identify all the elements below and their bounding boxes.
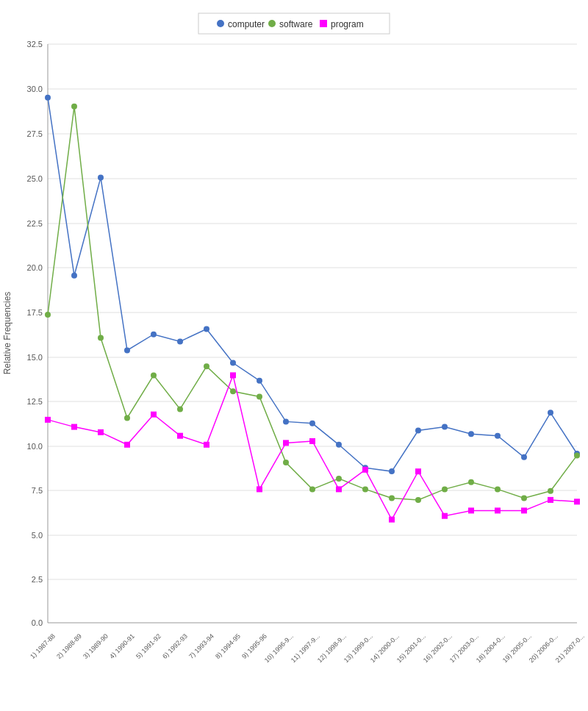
x-label-2: 3) 1989-90 (82, 632, 110, 660)
legend-software-icon (268, 20, 276, 27)
svg-point-36 (442, 486, 448, 492)
svg-point-37 (468, 479, 474, 485)
x-label-8: 9) 1995-96 (240, 632, 268, 660)
svg-rect-48 (204, 442, 209, 448)
y-tick-15: 15.0 (27, 353, 43, 362)
x-label-4: 5) 1991-92 (135, 632, 162, 660)
svg-rect-55 (389, 517, 395, 523)
svg-point-26 (177, 406, 183, 412)
svg-point-35 (415, 497, 421, 503)
svg-rect-46 (151, 412, 157, 418)
y-tick-12.5: 12.5 (27, 397, 43, 406)
y-tick-7.5: 7.5 (32, 486, 43, 495)
svg-point-25 (151, 372, 157, 378)
x-axis-labels: 1) 1987-88 2) 1988-89 3) 1989-90 4) 1990… (29, 632, 586, 664)
svg-point-9 (283, 418, 289, 424)
svg-rect-53 (336, 486, 342, 492)
svg-rect-45 (124, 442, 130, 448)
svg-rect-61 (548, 497, 553, 503)
svg-point-8 (257, 378, 262, 384)
svg-rect-60 (521, 507, 527, 513)
svg-point-30 (283, 460, 289, 465)
y-tick-0: 0.0 (32, 618, 43, 627)
svg-point-33 (362, 486, 368, 492)
y-axis-title: Relative Frequencies (2, 292, 12, 375)
svg-point-32 (336, 476, 342, 482)
svg-rect-57 (442, 513, 448, 519)
x-label-5: 6) 1992-93 (161, 632, 189, 660)
svg-rect-50 (257, 486, 262, 492)
svg-rect-43 (71, 424, 77, 430)
svg-point-27 (204, 363, 209, 369)
x-label-3: 4) 1990-91 (108, 632, 136, 660)
svg-point-41 (574, 452, 580, 458)
svg-point-10 (309, 421, 315, 426)
svg-point-21 (45, 312, 51, 318)
legend-computer-label: computer (228, 19, 265, 29)
legend-computer-icon (217, 20, 224, 27)
y-tick-30: 30.0 (27, 85, 43, 93)
svg-rect-62 (574, 499, 580, 504)
svg-rect-54 (362, 467, 368, 473)
svg-rect-58 (468, 507, 474, 513)
svg-point-39 (521, 496, 527, 501)
y-tick-27.5: 27.5 (27, 129, 43, 138)
y-tick-10: 10.0 (27, 442, 43, 451)
svg-rect-56 (415, 468, 421, 474)
svg-point-17 (495, 433, 501, 439)
svg-rect-47 (177, 433, 183, 439)
svg-point-34 (389, 496, 395, 501)
svg-point-1 (71, 273, 77, 279)
svg-rect-44 (98, 429, 104, 435)
x-label-7: 8) 1994-95 (214, 632, 242, 660)
svg-point-24 (124, 415, 130, 421)
svg-point-22 (71, 104, 77, 110)
svg-point-5 (177, 338, 183, 344)
svg-point-11 (336, 442, 342, 448)
svg-point-28 (230, 388, 236, 394)
svg-point-3 (124, 348, 130, 354)
svg-point-14 (415, 428, 421, 434)
svg-point-29 (257, 394, 262, 400)
svg-point-7 (230, 360, 236, 366)
y-tick-17.5: 17.5 (27, 308, 43, 317)
svg-rect-49 (230, 372, 236, 378)
x-label-0: 1) 1987-88 (29, 632, 57, 660)
y-tick-32.5: 32.5 (27, 40, 43, 49)
svg-point-19 (548, 410, 553, 415)
legend-program-icon (320, 20, 327, 27)
svg-point-38 (495, 486, 501, 492)
svg-point-0 (45, 95, 51, 101)
y-tick-5: 5.0 (32, 531, 43, 540)
y-tick-22.5: 22.5 (27, 219, 43, 228)
legend-software-label: software (279, 19, 313, 29)
svg-point-6 (204, 326, 209, 332)
x-label-1: 2) 1988-89 (55, 632, 83, 660)
svg-rect-51 (283, 440, 289, 446)
y-tick-25: 25.0 (27, 174, 43, 183)
legend-program-label: program (331, 19, 364, 29)
svg-point-15 (442, 424, 448, 430)
svg-point-2 (98, 175, 104, 181)
program-points (45, 372, 580, 522)
svg-point-31 (309, 486, 315, 492)
x-label-6: 7) 1993-94 (187, 632, 215, 660)
svg-rect-59 (495, 507, 501, 513)
svg-point-4 (151, 332, 157, 337)
svg-point-18 (521, 454, 527, 460)
svg-rect-52 (309, 438, 315, 444)
svg-point-16 (468, 431, 474, 437)
svg-point-13 (389, 468, 395, 474)
svg-point-40 (548, 488, 553, 494)
svg-rect-42 (45, 417, 51, 423)
svg-point-23 (98, 335, 104, 341)
y-tick-2.5: 2.5 (32, 575, 43, 584)
y-tick-20: 20.0 (27, 263, 43, 272)
chart-container: computer software program Relative Frequ… (0, 0, 588, 711)
